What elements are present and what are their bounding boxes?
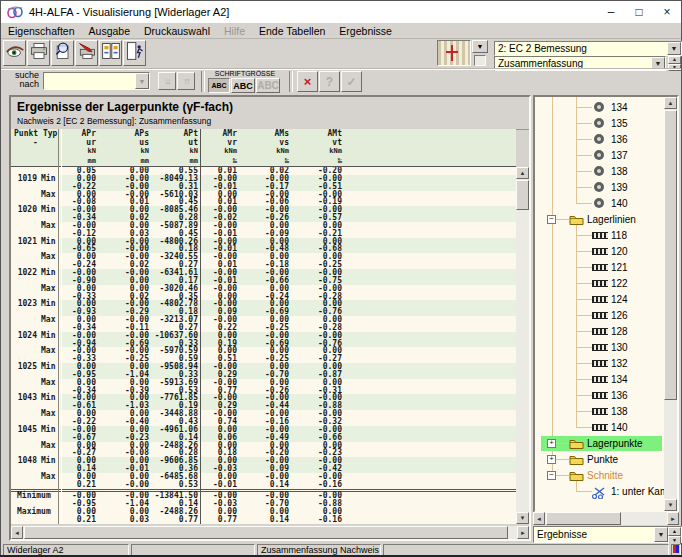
zoom-document-icon	[53, 41, 73, 65]
tree-item-138[interactable]: 138	[535, 404, 664, 419]
row-label: 1045Min	[11, 426, 60, 434]
tree-horizontal-scrollbar[interactable]: ◄ ►	[533, 512, 679, 525]
scroll-thumb[interactable]	[546, 512, 621, 525]
tree-item-140[interactable]: 140	[535, 196, 664, 211]
cell: kNm	[198, 147, 237, 156]
scroll-down-icon[interactable]: ▼	[664, 499, 677, 511]
toolbar-eye-button[interactable]	[3, 40, 26, 66]
toolbar-table-window-button[interactable]	[99, 40, 122, 66]
toolbar-print-edit-button[interactable]	[75, 40, 98, 66]
fontsize-small-button[interactable]: ABC	[208, 78, 230, 93]
tree-item-124[interactable]: 124	[535, 292, 664, 307]
preview-scroll-box[interactable]	[474, 55, 486, 66]
search-input[interactable]: ▼	[43, 72, 150, 90]
menu-item-ende-tabellen[interactable]: Ende Tabellen	[252, 25, 332, 37]
tree-vertical-scrollbar[interactable]: ▲ ▼	[664, 97, 677, 511]
tree-item-136[interactable]: 136	[535, 132, 664, 147]
tree-item-1-unter-kamm[interactable]: 1: unter Kamm	[535, 484, 664, 499]
maximize-button[interactable]: □	[625, 1, 653, 23]
cell: AMr	[198, 129, 237, 138]
minimize-button[interactable]: –	[597, 1, 625, 23]
scroll-left-icon[interactable]: ◄	[533, 512, 545, 525]
row-values: mmmmmm‰‰‰	[60, 157, 516, 166]
point-number	[11, 277, 37, 285]
tree-item-schnitte[interactable]: −Schnitte	[535, 468, 664, 483]
tree: 134135136137138139140−Lagerlinien1181201…	[535, 97, 664, 511]
tree-item-128[interactable]: 128	[535, 324, 664, 339]
scroll-right-icon[interactable]: ►	[517, 526, 529, 539]
fontsize-large-button[interactable]: ABC	[256, 78, 280, 93]
bemessung-combo[interactable]: 2: EC 2 Bemessung ▼	[494, 41, 682, 56]
table-vertical-scrollbar[interactable]: ▲ ▼	[516, 167, 529, 524]
menu-item-ausgabe[interactable]: Ausgabe	[82, 25, 137, 37]
tree-item-punkte[interactable]: +Punkte	[535, 452, 664, 467]
toolbar-exit-door-button[interactable]	[123, 40, 146, 66]
chevron-down-icon[interactable]: ▼	[654, 527, 668, 542]
tree-expander-expand-icon[interactable]: +	[547, 455, 556, 464]
cell: mm	[60, 157, 96, 166]
preview-dropdown-button[interactable]: ▼	[472, 40, 488, 53]
tree-item-120[interactable]: 120	[535, 244, 664, 259]
tree-item-label: 126	[611, 310, 628, 321]
menu-item-ergebnisse[interactable]: Ergebnisse	[332, 25, 399, 37]
row-label	[11, 147, 60, 156]
tree-expander-expand-icon[interactable]: +	[547, 439, 556, 448]
tree-item-122[interactable]: 122	[535, 276, 664, 291]
tree-item-137[interactable]: 137	[535, 148, 664, 163]
fontsize-medium-button[interactable]: ABC	[231, 78, 255, 93]
results-spinner[interactable]: ▲ ▼	[668, 527, 681, 542]
scroll-thumb[interactable]	[664, 110, 677, 400]
row-label: Max	[11, 347, 60, 355]
confirm-button[interactable]: ✓	[341, 71, 362, 92]
results-combo[interactable]: Ergebnisse ▼ ▲ ▼	[533, 526, 682, 543]
scroll-up-icon[interactable]: ▲	[516, 167, 529, 179]
scroll-left-icon[interactable]: ◄	[11, 526, 23, 539]
chevron-down-icon[interactable]: ▼	[667, 42, 681, 55]
toolbar-printer-button[interactable]	[27, 40, 50, 66]
row-values: kNkNkNkNmkNmkNm	[60, 147, 516, 156]
menu-item-druckauswahl[interactable]: Druckauswahl	[137, 25, 217, 37]
row-type: Max	[37, 473, 60, 481]
tree-item-134[interactable]: 134	[535, 100, 664, 115]
tree-item-136[interactable]: 136	[535, 388, 664, 403]
scroll-up-icon[interactable]: ▲	[664, 97, 677, 109]
tree-expander-collapse-icon[interactable]: −	[547, 215, 556, 224]
search-next-button[interactable]: ↓↓	[158, 72, 176, 90]
tree-item-lagerpunkte[interactable]: +Lagerpunkte	[535, 436, 664, 451]
cancel-button[interactable]: ×	[297, 71, 318, 92]
scroll-thumb[interactable]	[24, 526, 508, 539]
tree-item-138[interactable]: 138	[535, 164, 664, 179]
point-number: 1024	[11, 332, 37, 340]
tree-item-126[interactable]: 126	[535, 308, 664, 323]
cell: ‰	[289, 157, 342, 166]
row-values: 0.210.030.770.770.14-0.16	[60, 516, 516, 524]
tree-item-lagerlinien[interactable]: −Lagerlinien	[535, 212, 664, 227]
window-title: 4H-ALFA - Visualisierung [Widerlager A2]	[29, 6, 229, 18]
folder-icon	[569, 454, 584, 465]
tree-item-134[interactable]: 134	[535, 372, 664, 387]
close-button[interactable]: ×	[653, 1, 681, 23]
menu-item-eigenschaften[interactable]: Eigenschaften	[1, 25, 82, 37]
search-prev-button[interactable]: ↑↑	[177, 72, 195, 90]
tree-item-135[interactable]: 135	[535, 116, 664, 131]
tree-expander-collapse-icon[interactable]: −	[547, 471, 556, 480]
tree-item-139[interactable]: 139	[535, 180, 664, 195]
tree-item-121[interactable]: 121	[535, 260, 664, 275]
scroll-right-icon[interactable]: ►	[667, 512, 679, 525]
spin-up-icon[interactable]: ▲	[668, 527, 681, 536]
table-horizontal-scrollbar[interactable]: ◄ ►	[11, 526, 529, 539]
spin-up-icon[interactable]: ▲	[668, 56, 681, 64]
point-number	[11, 253, 37, 261]
cell: AMt	[289, 129, 342, 138]
tree-item-132[interactable]: 132	[535, 356, 664, 371]
help-button[interactable]: ?	[319, 71, 340, 92]
tree-item-140[interactable]: 140	[535, 420, 664, 435]
tree-item-130[interactable]: 130	[535, 340, 664, 355]
result-preview-thumbnail[interactable]	[437, 40, 471, 66]
scroll-down-icon[interactable]: ▼	[516, 512, 529, 524]
cell: vr	[198, 138, 237, 147]
tree-item-118[interactable]: 118	[535, 228, 664, 243]
toolbar-zoom-document-button[interactable]	[51, 40, 74, 66]
scroll-thumb[interactable]	[516, 180, 529, 210]
cell: ur	[60, 138, 96, 147]
